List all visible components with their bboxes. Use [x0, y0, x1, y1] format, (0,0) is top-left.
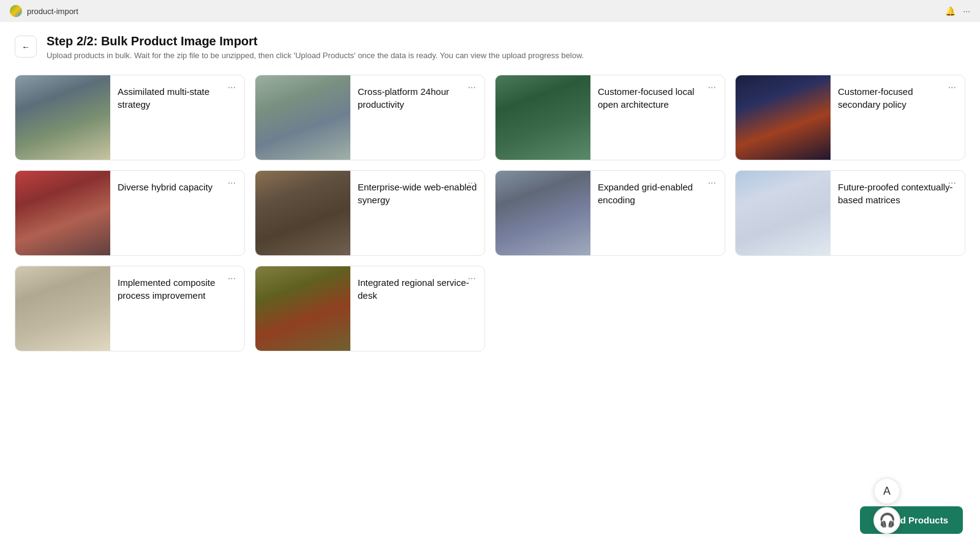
ellipsis-icon[interactable]: ···	[963, 6, 970, 16]
title-bar-left: product-import	[10, 5, 78, 17]
product-card: Customer-focused local open architecture…	[495, 75, 725, 160]
product-menu-button-4[interactable]: ···	[946, 81, 959, 94]
translate-glyph: A	[883, 485, 891, 498]
title-bar-right: 🔔 ···	[945, 6, 970, 16]
main-content: ← Step 2/2: Bulk Product Image Import Up…	[0, 22, 980, 551]
step-title-block: Step 2/2: Bulk Product Image Import Uplo…	[47, 34, 584, 60]
product-card: Diverse hybrid capacity ···	[15, 170, 245, 256]
product-image-1	[15, 75, 110, 160]
step-description: Upload products in bulk. Wait for the zi…	[47, 51, 584, 60]
chat-support-icon[interactable]: 🎧	[873, 507, 900, 534]
product-info-1: Assimilated multi-state strategy	[110, 75, 244, 160]
product-menu-button-6[interactable]: ···	[466, 177, 478, 189]
product-info-5: Diverse hybrid capacity	[110, 171, 244, 255]
app-icon	[10, 5, 22, 17]
product-name-4: Customer-focused secondary policy	[838, 85, 957, 111]
product-image-3	[496, 75, 590, 160]
bell-icon[interactable]: 🔔	[945, 6, 956, 16]
product-name-3: Customer-focused local open architecture	[598, 85, 717, 111]
product-info-8: Future-proofed contextually-based matric…	[831, 171, 965, 255]
product-image-4	[736, 75, 831, 160]
product-menu-button-9[interactable]: ···	[225, 272, 238, 285]
product-name-6: Enterprise-wide web-enabled synergy	[358, 181, 477, 206]
product-info-7: Expanded grid-enabled encoding	[590, 171, 725, 255]
product-info-4: Customer-focused secondary policy	[831, 75, 965, 160]
step-title: Step 2/2: Bulk Product Image Import	[47, 34, 584, 48]
product-name-7: Expanded grid-enabled encoding	[598, 181, 717, 206]
product-card: Customer-focused secondary policy ···	[735, 75, 965, 160]
product-info-3: Customer-focused local open architecture	[590, 75, 725, 160]
product-card: Expanded grid-enabled encoding ···	[495, 170, 725, 256]
product-image-8	[736, 171, 831, 255]
product-info-9: Implemented composite process improvemen…	[110, 266, 244, 351]
product-menu-button-2[interactable]: ···	[466, 81, 478, 94]
product-info-6: Enterprise-wide web-enabled synergy	[350, 171, 484, 255]
product-card: Assimilated multi-state strategy ···	[15, 75, 245, 160]
product-card: Implemented composite process improvemen…	[15, 266, 245, 351]
product-menu-button-3[interactable]: ···	[706, 81, 718, 94]
products-grid: Assimilated multi-state strategy ··· Cro…	[15, 75, 965, 351]
product-image-5	[15, 171, 110, 255]
product-card: Integrated regional service-desk ···	[255, 266, 485, 351]
product-name-1: Assimilated multi-state strategy	[118, 85, 237, 111]
product-info-2: Cross-platform 24hour productivity	[350, 75, 484, 160]
product-image-2	[255, 75, 350, 160]
product-name-10: Integrated regional service-desk	[358, 276, 477, 302]
product-menu-button-10[interactable]: ···	[466, 272, 478, 285]
app-title: product-import	[27, 7, 78, 16]
product-card: Enterprise-wide web-enabled synergy ···	[255, 170, 485, 256]
chat-glyph: 🎧	[879, 512, 895, 528]
product-name-9: Implemented composite process improvemen…	[118, 276, 237, 302]
product-card: Cross-platform 24hour productivity ···	[255, 75, 485, 160]
step-header: ← Step 2/2: Bulk Product Image Import Up…	[15, 34, 965, 60]
back-arrow-icon: ←	[21, 42, 29, 51]
product-menu-button-8[interactable]: ···	[946, 177, 959, 189]
product-image-6	[255, 171, 350, 255]
product-menu-button-7[interactable]: ···	[706, 177, 718, 189]
product-info-10: Integrated regional service-desk	[350, 266, 484, 351]
product-image-9	[15, 266, 110, 351]
product-name-5: Diverse hybrid capacity	[118, 181, 213, 193]
product-card: Future-proofed contextually-based matric…	[735, 170, 965, 256]
product-name-8: Future-proofed contextually-based matric…	[838, 181, 957, 206]
product-name-2: Cross-platform 24hour productivity	[358, 85, 477, 111]
product-menu-button-1[interactable]: ···	[225, 81, 238, 94]
product-image-10	[255, 266, 350, 351]
back-button[interactable]: ←	[15, 36, 37, 58]
translate-icon[interactable]: A	[873, 478, 900, 504]
product-menu-button-5[interactable]: ···	[225, 177, 238, 189]
product-image-7	[496, 171, 590, 255]
title-bar: product-import 🔔 ···	[0, 0, 980, 22]
